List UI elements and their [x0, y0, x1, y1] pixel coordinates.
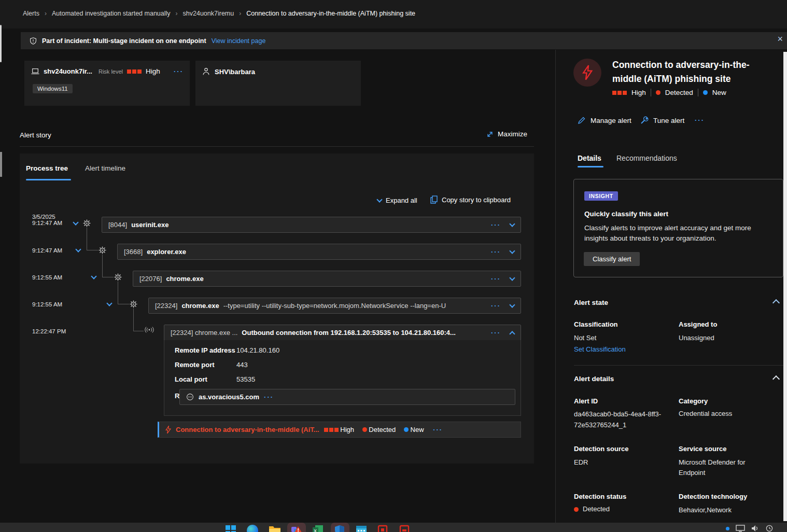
event-process: [22324] chrome.exe ...: [171, 329, 237, 337]
tune-alert-label: Tune alert: [653, 117, 684, 124]
resolved-domain-node[interactable]: as.voracious5.com ···: [179, 389, 515, 405]
file-explorer-icon[interactable]: [269, 525, 281, 532]
breadcrumb-current: Connection to adversary-in-the-middle (A…: [246, 10, 415, 17]
divider: [574, 365, 783, 366]
copy-icon: [430, 195, 438, 204]
security-app-warning-icon[interactable]: [290, 525, 303, 532]
new-dot-icon: [703, 90, 708, 95]
left-edge-scrollbar-thumb[interactable]: [0, 152, 2, 177]
device-name[interactable]: shv24uonk7ir...: [44, 67, 92, 75]
domain-more-button[interactable]: ···: [264, 393, 274, 401]
edge-browser-icon[interactable]: [247, 525, 259, 532]
detail-value: 104.21.80.160: [236, 346, 279, 354]
svg-text:X: X: [314, 528, 317, 532]
chevron-down-icon[interactable]: [509, 302, 515, 307]
expand-all-label: Expand all: [386, 197, 417, 204]
chevron-down-icon[interactable]: [509, 275, 515, 281]
taskbar-icons: X: [225, 525, 412, 532]
nested-alert-more-button[interactable]: ···: [433, 426, 443, 433]
tab-recommendations[interactable]: Recommendations: [616, 154, 677, 162]
device-more-button[interactable]: ···: [174, 67, 184, 75]
chevron-up-icon[interactable]: [772, 299, 780, 306]
process-node[interactable]: [3668] explorer.exe ···: [117, 244, 521, 260]
alert-bolt-icon: [165, 426, 171, 434]
active-tab-underline: [578, 166, 603, 167]
process-node[interactable]: [22324] chrome.exe --type=utility --util…: [148, 298, 521, 314]
process-more-button[interactable]: ···: [491, 275, 501, 283]
calendar-app-icon[interactable]: [356, 525, 368, 532]
defender-app-icon[interactable]: [334, 525, 346, 532]
chevron-down-icon[interactable]: [75, 246, 81, 252]
classify-alert-button[interactable]: Classify alert: [584, 252, 640, 266]
nested-alert-status: Detected: [369, 426, 396, 433]
chevron-down-icon[interactable]: [509, 248, 515, 254]
process-more-button[interactable]: ···: [491, 221, 501, 229]
insight-body: Classify alerts to improve alert accurac…: [584, 223, 772, 244]
breadcrumb-device[interactable]: shv24uonk7iremu: [183, 10, 234, 17]
classification-value: Not Set: [574, 333, 596, 343]
chevron-down-icon[interactable]: [106, 300, 112, 306]
tab-process-tree[interactable]: Process tree: [26, 164, 68, 172]
network-event-node[interactable]: [22324] chrome.exe ... Outbound connecti…: [164, 325, 521, 341]
tune-alert-button[interactable]: Tune alert: [640, 116, 684, 124]
tray-monitor-icon[interactable]: [736, 525, 745, 532]
maximize-icon: [486, 131, 494, 138]
tree-connector: [118, 304, 129, 304]
os-tag: Windows11: [33, 84, 73, 93]
process-name: chrome.exe: [166, 275, 203, 283]
expand-all-button[interactable]: Expand all: [377, 197, 417, 204]
process-node[interactable]: [22076] chrome.exe ···: [133, 271, 521, 287]
process-gear-icon: [130, 300, 137, 308]
manage-alert-button[interactable]: Manage alert: [578, 116, 631, 124]
process-more-button[interactable]: ···: [491, 302, 501, 310]
detected-dot-icon: [574, 507, 579, 512]
panel-more-button[interactable]: ···: [695, 116, 705, 124]
process-more-button[interactable]: ···: [491, 248, 501, 256]
red-app-icon[interactable]: [399, 525, 412, 532]
resolved-domain-value: as.voracious5.com: [199, 393, 259, 401]
defender-alert-page: Alerts › Automated investigation started…: [0, 0, 787, 532]
tray-notification-dot-icon[interactable]: [726, 527, 729, 530]
chevron-down-icon[interactable]: [73, 219, 78, 225]
red-app-icon[interactable]: [377, 525, 390, 532]
tab-alert-timeline[interactable]: Alert timeline: [85, 164, 125, 172]
new-dot-icon: [404, 427, 409, 432]
excel-app-icon[interactable]: X: [312, 525, 325, 532]
detection-status-value: Detected: [583, 504, 610, 514]
user-card[interactable]: SHV\barbara: [195, 61, 361, 106]
severity-squares-icon: [612, 91, 627, 95]
copy-story-label: Copy story to clipboard: [442, 196, 511, 204]
timestamp: 9:12:55 AM: [32, 274, 62, 281]
left-edge-scrollbar[interactable]: [0, 25, 2, 62]
chevron-up-icon[interactable]: [509, 331, 515, 337]
start-button-icon[interactable]: [225, 525, 237, 532]
process-node[interactable]: [8044] userinit.exe ···: [102, 217, 521, 233]
device-card[interactable]: shv24uonk7ir... Risk level High ··· Wind…: [24, 61, 190, 106]
tray-clock-icon[interactable]: [766, 525, 773, 532]
breadcrumb-investigation[interactable]: Automated investigation started manually: [52, 10, 171, 17]
breadcrumb-alerts[interactable]: Alerts: [23, 10, 39, 17]
event-more-button[interactable]: ···: [491, 329, 501, 337]
alert-story-panel: Process tree Alert timeline Expand all C…: [20, 153, 534, 464]
copy-story-button[interactable]: Copy story to clipboard: [430, 195, 511, 204]
nested-alert-title: Connection to adversary-in-the-middle (A…: [176, 426, 319, 433]
nested-alert-row[interactable]: Connection to adversary-in-the-middle (A…: [158, 422, 521, 438]
close-icon[interactable]: ×: [777, 34, 783, 45]
service-source-value: Microsoft Defender for Endpoint: [679, 457, 769, 478]
vertical-scrollbar[interactable]: [783, 52, 787, 521]
maximize-button[interactable]: Maximize: [486, 130, 527, 138]
chevron-up-icon[interactable]: [772, 375, 780, 383]
tray-volume-icon[interactable]: [751, 525, 760, 532]
tab-details[interactable]: Details: [578, 154, 601, 162]
view-incident-link[interactable]: View incident page: [212, 37, 266, 45]
set-classification-link[interactable]: Set Classification: [574, 345, 626, 353]
risk-level-value: High: [146, 67, 160, 75]
shield-icon: [30, 37, 37, 45]
user-name[interactable]: SHV\barbara: [215, 68, 255, 76]
chevron-down-icon[interactable]: [91, 273, 96, 279]
tree-connector: [87, 250, 98, 250]
chevron-down-icon[interactable]: [509, 221, 515, 227]
detected-dot-icon: [362, 427, 367, 432]
process-pid: [3668]: [124, 248, 143, 256]
detection-source-label: Detection source: [574, 445, 628, 453]
